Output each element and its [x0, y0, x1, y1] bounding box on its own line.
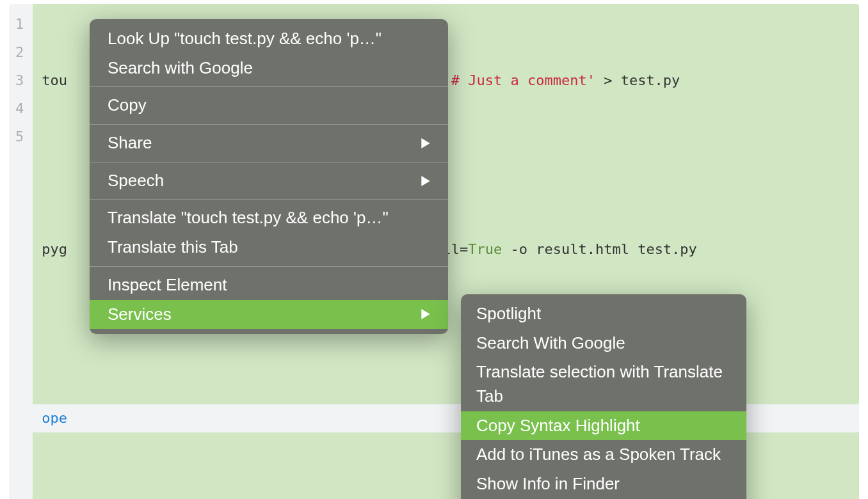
menu-item-inspect[interactable]: Inspect Element: [90, 271, 448, 300]
submenu-item-show-info-finder[interactable]: Show Info in Finder: [461, 470, 746, 499]
submenu-label: Add to iTunes as a Spoken Track: [476, 445, 721, 464]
context-menu[interactable]: Look Up "touch test.py && echo 'p…" Sear…: [90, 19, 448, 334]
menu-item-translate-tab[interactable]: Translate this Tab: [90, 233, 448, 262]
menu-separator: [90, 124, 448, 125]
line-number: 2: [15, 38, 24, 67]
code-keyword: True: [468, 241, 502, 257]
menu-label: Share: [108, 131, 152, 155]
menu-item-services[interactable]: Services: [90, 300, 448, 329]
copy-code-icon[interactable]: [832, 10, 851, 32]
chevron-right-icon: [421, 138, 430, 148]
line-number: 3: [15, 67, 24, 95]
submenu-item-add-itunes[interactable]: Add to iTunes as a Spoken Track: [461, 440, 746, 470]
menu-separator: [90, 86, 448, 87]
submenu-item-search-google[interactable]: Search With Google: [461, 329, 746, 358]
menu-item-lookup[interactable]: Look Up "touch test.py && echo 'p…": [90, 24, 448, 54]
menu-label: Speech: [108, 169, 164, 193]
code-text: pyg: [42, 241, 67, 257]
line-number: 5: [15, 123, 24, 151]
line-number: 4: [15, 95, 24, 123]
line-number: 1: [15, 10, 24, 38]
menu-item-share[interactable]: Share: [90, 129, 448, 158]
submenu-item-copy-syntax-highlight[interactable]: Copy Syntax Highlight: [461, 411, 746, 441]
chevron-right-icon: [421, 176, 430, 186]
services-submenu[interactable]: Spotlight Search With Google Translate s…: [461, 294, 746, 499]
menu-label: Translate this Tab: [108, 235, 238, 260]
submenu-label: Search With Google: [476, 333, 625, 352]
menu-separator: [90, 266, 448, 267]
submenu-item-translate-selection[interactable]: Translate selection with Translate Tab: [461, 358, 746, 411]
submenu-item-spotlight[interactable]: Spotlight: [461, 299, 746, 329]
submenu-label: Show Info in Finder: [476, 474, 620, 493]
submenu-label: Spotlight: [476, 304, 541, 323]
menu-label: Services: [108, 303, 172, 327]
menu-label: Translate "touch test.py && echo 'p…": [108, 206, 389, 230]
code-func: ope: [42, 410, 67, 426]
submenu-label: Copy Syntax Highlight: [476, 416, 640, 435]
menu-label: Inspect Element: [108, 273, 227, 297]
menu-item-speech[interactable]: Speech: [90, 166, 448, 196]
menu-item-translate[interactable]: Translate "touch test.py && echo 'p…": [90, 203, 448, 233]
code-text: > test.py: [595, 72, 680, 88]
menu-separator: [90, 199, 448, 200]
menu-label: Look Up "touch test.py && echo 'p…": [108, 27, 382, 51]
code-text: tou: [42, 72, 67, 88]
menu-item-search-google[interactable]: Search with Google: [90, 54, 448, 83]
code-text: -o result.html test.py: [502, 241, 697, 257]
menu-item-copy[interactable]: Copy: [90, 91, 448, 120]
chevron-right-icon: [421, 309, 430, 319]
code-string: ") # Just a comment': [426, 72, 595, 88]
submenu-label: Translate selection with Translate Tab: [476, 362, 723, 406]
line-number-gutter: 1 2 3 4 5: [9, 4, 33, 499]
menu-label: Search with Google: [108, 56, 253, 81]
menu-label: Copy: [108, 93, 147, 118]
menu-separator: [90, 162, 448, 162]
